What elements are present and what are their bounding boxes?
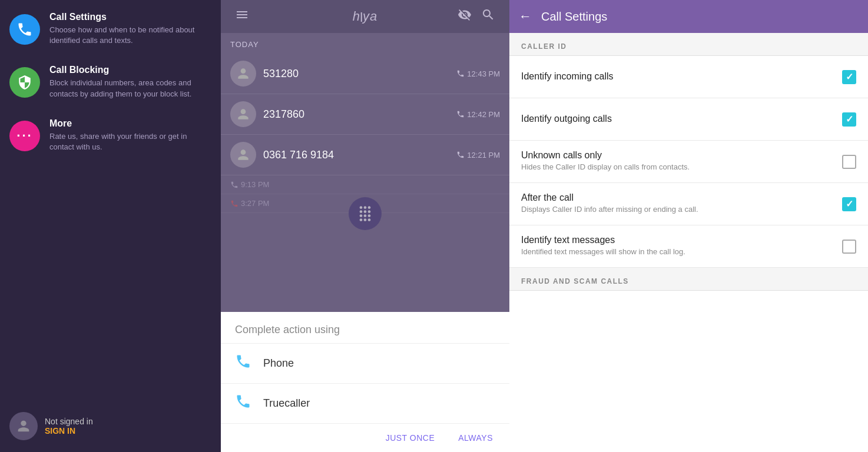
call-settings-desc: Choose how and when to be notified about… — [49, 25, 211, 46]
identify-outgoing-checkbox[interactable]: ✓ — [842, 112, 856, 127]
identify-incoming-checkbox[interactable]: ✓ — [842, 70, 856, 84]
call-item-2[interactable]: 2317860 12:42 PM — [221, 94, 509, 135]
unknown-calls-text: Unknown calls only Hides the Caller ID d… — [521, 150, 842, 172]
caller-avatar-2 — [230, 101, 256, 127]
after-call-title: After the call — [521, 192, 842, 203]
identify-incoming-text: Identify incoming calls — [521, 71, 842, 83]
avatar — [9, 412, 38, 440]
middle-panel: hya TODAY 531280 12:43 PM 2317860 12:42 … — [221, 0, 509, 452]
unknown-calls-desc: Hides the Caller ID display on calls fro… — [521, 162, 842, 172]
search-icon[interactable] — [476, 3, 500, 30]
call-time-text-3: 12:21 PM — [467, 151, 500, 159]
action-overlay: Complete action using Phone Truecaller J… — [221, 312, 509, 452]
call-settings-item[interactable]: Call Settings Choose how and when to be … — [9, 12, 211, 46]
right-panel: ← Call Settings CALLER ID Identify incom… — [509, 0, 868, 452]
identify-outgoing-item: Identify outgoing calls ✓ — [509, 98, 868, 141]
call-time-3: 12:21 PM — [456, 151, 500, 159]
call-number-1: 531280 — [263, 68, 456, 80]
action-truecaller-icon — [235, 393, 251, 414]
shield-icon-circle — [9, 67, 40, 98]
action-buttons-row: JUST ONCE ALWAYS — [221, 424, 509, 452]
caller-avatar-1 — [230, 61, 256, 87]
call-blocking-item[interactable]: Call Blocking Block individual numbers, … — [9, 65, 211, 99]
call-number-2: 2317860 — [263, 108, 456, 121]
action-phone-icon — [235, 353, 251, 374]
identify-texts-text: Identify text messages Identified text m… — [521, 235, 842, 257]
unknown-calls-title: Unknown calls only — [521, 150, 842, 161]
phone-app-label: Phone — [263, 357, 294, 370]
identify-texts-desc: Identified text messages will show in th… — [521, 247, 842, 257]
call-time-2: 12:42 PM — [456, 110, 500, 119]
identify-incoming-item: Identify incoming calls ✓ — [509, 56, 868, 98]
call-blocking-title: Call Blocking — [49, 65, 211, 75]
not-signed-in-label: Not signed in — [45, 417, 93, 426]
identify-texts-item: Identify text messages Identified text m… — [509, 225, 868, 268]
call-time-text-1: 12:43 PM — [467, 69, 500, 78]
fraud-scam-section-header: FRAUD AND SCAM CALLS — [509, 268, 868, 291]
identify-texts-title: Identify text messages — [521, 235, 842, 245]
extra-time-row-1: 9:13 PM — [221, 175, 509, 194]
just-once-button[interactable]: JUST ONCE — [379, 428, 442, 447]
more-desc: Rate us, share with your friends or get … — [49, 131, 211, 152]
after-call-text: After the call Displays Caller ID info a… — [521, 192, 842, 215]
unknown-calls-item: Unknown calls only Hides the Caller ID d… — [509, 141, 868, 183]
extra-time-1: 9:13 PM — [241, 180, 269, 189]
call-blocking-desc: Block individual numbers, area codes and… — [49, 78, 211, 99]
action-title: Complete action using — [221, 312, 509, 344]
call-settings-title: Call Settings — [49, 12, 211, 22]
identify-outgoing-title: Identify outgoing calls — [521, 114, 842, 124]
caller-id-section-header: CALLER ID — [509, 33, 868, 56]
more-title: More — [49, 118, 211, 129]
settings-header: ← Call Settings — [509, 0, 868, 33]
settings-content: CALLER ID Identify incoming calls ✓ Iden… — [509, 33, 868, 452]
more-item[interactable]: ··· More Rate us, share with your friend… — [9, 118, 211, 152]
checkmark-icon-2: ✓ — [846, 114, 853, 125]
identify-incoming-title: Identify incoming calls — [521, 71, 842, 82]
sign-in-button[interactable]: SIGN IN — [45, 426, 93, 436]
visibility-off-icon[interactable] — [453, 3, 476, 30]
call-item-3[interactable]: 0361 716 9184 12:21 PM — [221, 135, 509, 175]
extra-time-row-2: 3:27 PM — [221, 194, 509, 213]
identify-outgoing-text: Identify outgoing calls — [521, 114, 842, 125]
action-truecaller-item[interactable]: Truecaller — [221, 384, 509, 424]
back-button[interactable]: ← — [519, 9, 532, 24]
call-blocking-text: Call Blocking Block individual numbers, … — [49, 65, 211, 99]
checkmark-icon: ✓ — [846, 71, 853, 82]
call-item-1[interactable]: 531280 12:43 PM — [221, 54, 509, 94]
middle-header: hya — [221, 0, 509, 33]
call-time-text-2: 12:42 PM — [467, 110, 500, 119]
today-label: TODAY — [230, 40, 500, 49]
action-phone-item[interactable]: Phone — [221, 344, 509, 384]
after-call-desc: Displays Caller ID info after missing or… — [521, 204, 842, 215]
extra-time-2: 3:27 PM — [241, 199, 269, 208]
checkmark-icon-3: ✓ — [846, 198, 853, 210]
user-info: Not signed in SIGN IN — [45, 417, 93, 436]
menu-hamburger-icon[interactable] — [230, 3, 254, 30]
call-settings-text: Call Settings Choose how and when to be … — [49, 12, 211, 46]
fab-dialpad-button[interactable] — [349, 197, 382, 230]
settings-header-title: Call Settings — [541, 10, 607, 24]
phone-icon-circle — [9, 14, 40, 45]
app-logo: hya — [353, 9, 378, 24]
after-call-checkbox[interactable]: ✓ — [842, 197, 856, 211]
identify-texts-checkbox[interactable] — [842, 240, 856, 254]
left-panel: Call Settings Choose how and when to be … — [0, 0, 221, 452]
call-log-section: TODAY — [221, 33, 509, 54]
after-call-item: After the call Displays Caller ID info a… — [509, 183, 868, 225]
user-section: Not signed in SIGN IN — [9, 403, 211, 440]
truecaller-app-label: Truecaller — [263, 397, 310, 410]
caller-avatar-3 — [230, 142, 256, 168]
unknown-calls-checkbox[interactable] — [842, 155, 856, 169]
call-number-3: 0361 716 9184 — [263, 149, 456, 161]
more-text: More Rate us, share with your friends or… — [49, 118, 211, 152]
dots-icon-circle: ··· — [9, 121, 40, 151]
always-button[interactable]: ALWAYS — [451, 428, 500, 447]
call-time-1: 12:43 PM — [456, 69, 500, 78]
